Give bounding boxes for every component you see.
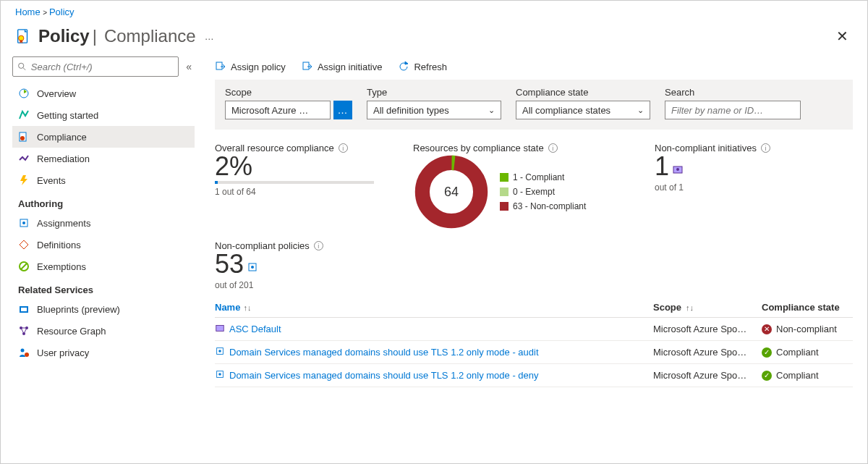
donut-title: Resources by compliance state [413,143,544,153]
svg-point-7 [20,136,25,140]
refresh-button[interactable]: Refresh [398,61,447,72]
sidebar-item-overview[interactable]: Overview [12,83,195,104]
row-scope: Microsoft Azure Spo… [653,347,762,358]
col-state-header[interactable]: Compliance state [762,302,840,313]
info-icon[interactable]: i [761,143,770,153]
refresh-icon [398,61,409,72]
col-scope-header[interactable]: Scope [653,302,681,313]
sidebar-item-label: Exemptions [37,261,86,272]
breadcrumb-home[interactable]: Home [15,7,41,17]
row-name-link[interactable]: ASC Default [229,324,281,334]
sort-icon[interactable]: ↑↓ [243,303,251,312]
filter-bar: Scope Microsoft Azure … … Type All defin… [215,80,853,130]
overall-compliance-widget: Overall resource compliance i 2% 1 out o… [215,143,403,230]
page-title-main: Policy [38,26,90,46]
sidebar-item-label: Remediation [37,153,90,164]
sort-icon[interactable]: ↑↓ [686,303,694,312]
assignments-icon [18,217,30,229]
definitions-icon [18,239,30,250]
info-icon[interactable]: i [314,241,323,250]
donut-total: 64 [413,153,490,230]
row-scope: Microsoft Azure Spo… [653,370,762,381]
assign-initiative-button[interactable]: Assign initiative [302,61,383,72]
row-name-link[interactable]: Domain Services managed domains should u… [229,370,539,381]
status-icon: ✓ [762,347,772,358]
svg-point-27 [676,168,679,171]
sidebar-item-label: Compliance [37,132,87,143]
col-name-header[interactable]: Name [215,302,240,313]
collapse-sidebar-button[interactable]: « [183,58,195,75]
sidebar-item-resource-graph[interactable]: Resource Graph [12,320,195,342]
sidebar-item-assignments[interactable]: Assignments [12,212,195,234]
sidebar-item-blueprints[interactable]: Blueprints (preview) [12,298,195,320]
info-icon[interactable]: i [339,143,348,153]
sidebar-item-getting-started[interactable]: Getting started [12,104,195,126]
legend-exempt: 0 - Exempt [500,187,586,197]
table-row[interactable]: Domain Services managed domains should u… [215,341,853,364]
flag-icon [18,109,30,121]
row-name-link[interactable]: Domain Services managed domains should u… [229,347,539,358]
table-row[interactable]: ASC DefaultMicrosoft Azure Spo…✕Non-comp… [215,318,853,341]
svg-point-29 [251,266,254,269]
close-button[interactable]: ✕ [832,28,853,45]
user-privacy-icon [18,347,30,358]
breadcrumb-policy[interactable]: Policy [49,7,75,17]
table-row[interactable]: Domain Services managed domains should u… [215,364,853,387]
filter-search-input[interactable] [671,105,794,116]
filter-search-label: Search [665,87,801,98]
sidebar-item-compliance[interactable]: Compliance [12,126,195,148]
resources-by-state-widget: Resources by compliance state i 64 [413,143,644,230]
svg-point-2 [19,35,24,41]
section-related: Related Services [12,277,195,298]
section-authoring: Authoring [12,191,195,212]
chevron-down-icon: ⌄ [488,106,495,115]
status-icon: ✓ [762,371,772,381]
svg-point-20 [25,353,29,357]
blueprints-icon [18,303,30,315]
title-bar: Policy | Compliance … ✕ [1,20,867,56]
sidebar-search-input[interactable] [31,62,174,72]
svg-point-3 [19,63,24,68]
more-menu[interactable]: … [205,31,214,42]
nc-policies-widget: Non-compliant policies i 53 out of 201 [215,236,853,298]
toolbar: Assign policy Assign initiative Refresh [215,56,853,80]
sidebar-search[interactable] [12,56,179,77]
row-state: ✓Compliant [762,370,853,381]
scope-picker-button[interactable]: … [333,101,352,119]
assign-policy-button[interactable]: Assign policy [215,61,286,72]
svg-line-4 [23,68,25,70]
svg-point-32 [218,350,221,353]
type-select[interactable]: All definition types ⌄ [367,101,501,119]
svg-rect-30 [216,326,224,332]
sidebar-item-label: Definitions [37,240,81,250]
svg-marker-8 [20,175,27,185]
sidebar-item-events[interactable]: Events [12,169,195,191]
state-select[interactable]: All compliance states ⌄ [516,101,650,119]
search-icon [17,62,27,72]
filter-type-label: Type [367,87,501,98]
sidebar-item-label: Overview [37,88,76,99]
filter-search-box[interactable] [665,101,801,119]
filter-scope-label: Scope [225,87,352,98]
main-content: Assign policy Assign initiative Refresh … [197,56,867,464]
row-scope: Microsoft Azure Spo… [653,324,762,334]
svg-rect-15 [21,308,27,311]
sidebar-item-remediation[interactable]: Remediation [12,148,195,169]
sidebar-item-user-privacy[interactable]: User privacy [12,342,195,363]
svg-marker-23 [405,62,408,64]
filter-state-label: Compliance state [516,87,650,98]
nc-initiatives-widget: Non-compliant initiatives i 1 out of 1 [655,143,770,230]
overall-sub: 1 out of 64 [215,187,403,197]
overall-percent: 2% [215,153,403,180]
sidebar-item-label: Resource Graph [37,326,106,337]
donut-chart: 64 [413,153,490,230]
sidebar-item-exemptions[interactable]: Exemptions [12,256,195,277]
assign-icon [302,61,313,72]
info-icon[interactable]: i [548,143,558,153]
sidebar-item-definitions[interactable]: Definitions [12,234,195,256]
sidebar-item-label: Assignments [37,218,90,229]
nc-init-value: 1 [655,153,669,180]
dashboard-icon [18,88,30,99]
legend-noncompliant: 63 - Non-compliant [500,201,586,211]
row-type-icon [215,369,225,381]
